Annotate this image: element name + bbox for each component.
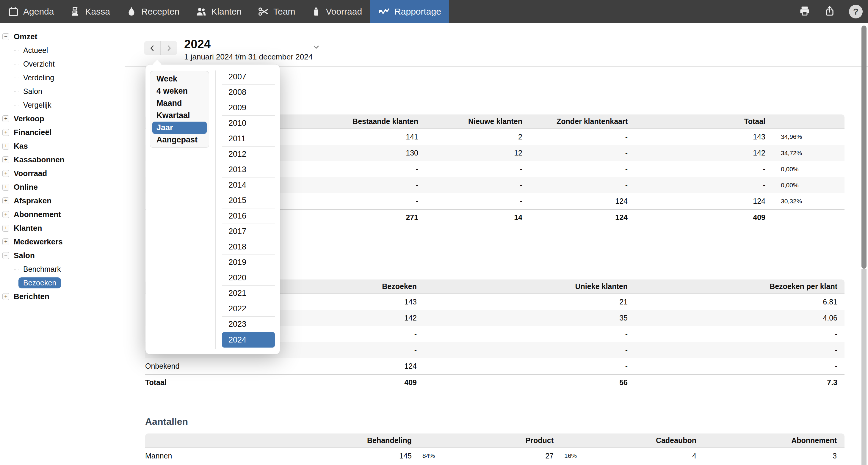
sidebar-subitem-actueel[interactable]: Actueel [0, 43, 124, 57]
previous-period-button[interactable] [144, 41, 161, 55]
period-option-kwartaal[interactable]: Kwartaal [152, 109, 207, 122]
sidebar-item-afspraken[interactable]: +Afspraken [0, 194, 124, 207]
year-option-2009[interactable]: 2009 [222, 100, 275, 115]
sidebar-item-financieël[interactable]: +Financieël [0, 126, 124, 139]
cell-value: - [628, 362, 837, 370]
cell-value: 142 [312, 314, 417, 322]
cell-value: 27 [459, 452, 554, 460]
expand-icon[interactable]: + [2, 143, 9, 150]
help-button[interactable]: ? [849, 5, 863, 19]
vertical-scrollbar-thumb[interactable] [862, 26, 867, 269]
sidebar-item-kas[interactable]: +Kas [0, 139, 124, 153]
sidebar-item-online[interactable]: +Online [0, 180, 124, 194]
sidebar-item-label: Berichten [14, 292, 50, 301]
year-option-2008[interactable]: 2008 [222, 85, 275, 100]
nav-tab-rapportage[interactable]: Rapportage [370, 0, 449, 23]
sidebar-subitem-overzicht[interactable]: Overzicht [0, 57, 124, 71]
year-option-2014[interactable]: 2014 [222, 177, 275, 193]
column-header: Unieke klanten [417, 282, 628, 291]
cell-value: 130 [312, 148, 418, 157]
sidebar-subitem-benchmark[interactable]: Benchmark [0, 262, 124, 276]
sidebar-item-label: Voorraad [14, 169, 47, 178]
year-option-2011[interactable]: 2011 [222, 131, 275, 146]
year-option-2015[interactable]: 2015 [222, 193, 275, 208]
period-option-maand[interactable]: Maand [152, 97, 207, 109]
expand-icon[interactable]: + [2, 197, 9, 204]
year-option-2019[interactable]: 2019 [222, 255, 275, 270]
share-button[interactable] [824, 5, 835, 18]
period-option-jaar[interactable]: Jaar [152, 122, 207, 134]
year-option-2013[interactable]: 2013 [222, 162, 275, 177]
expand-icon[interactable]: + [2, 238, 9, 245]
sidebar-item-berichten[interactable]: +Berichten [0, 290, 124, 303]
nav-tab-agenda[interactable]: Agenda [0, 0, 62, 23]
cell-value: 143 [628, 133, 765, 141]
nav-tab-voorraad[interactable]: Voorraad [303, 0, 370, 23]
period-option-4-weken[interactable]: 4 weken [152, 85, 207, 97]
year-option-2017[interactable]: 2017 [222, 224, 275, 239]
table-row: Mannen14584%2716%43 [145, 448, 844, 464]
period-option-aangepast[interactable]: Aangepast [152, 134, 207, 146]
year-option-2023[interactable]: 2023 [222, 317, 275, 332]
cell-value: 4.06 [628, 314, 837, 322]
year-option-2021[interactable]: 2021 [222, 286, 275, 301]
expand-icon[interactable]: + [2, 293, 9, 300]
sidebar-subitem-label: Overzicht [23, 60, 55, 68]
collapse-icon[interactable]: − [2, 33, 9, 40]
cell-value: - [312, 165, 418, 173]
sidebar-item-kassabonnen[interactable]: +Kassabonnen [0, 153, 124, 166]
vertical-scrollbar-track[interactable] [862, 269, 867, 465]
nav-tab-recepten[interactable]: Recepten [118, 0, 187, 23]
sidebar-item-omzet[interactable]: −Omzet [0, 30, 124, 43]
next-period-button[interactable] [161, 41, 177, 55]
expand-icon[interactable]: + [2, 115, 9, 122]
nav-tab-kassa[interactable]: Kassa [62, 0, 118, 23]
year-option-2012[interactable]: 2012 [222, 146, 275, 162]
section-heading-aantallen: Aantallen [145, 416, 188, 427]
cell-value: 141 [312, 133, 418, 141]
column-header: Product [459, 436, 554, 445]
sidebar-subitem-salon[interactable]: Salon [0, 85, 124, 98]
year-option-2018[interactable]: 2018 [222, 239, 275, 255]
year-list: 2007200820092010201120122013201420152016… [222, 69, 275, 347]
sidebar-item-medewerkers[interactable]: +Medewerkers [0, 235, 124, 248]
sidebar-item-label: Medewerkers [14, 237, 63, 246]
table-total-row: Totaal409567.3 [145, 374, 844, 390]
period-header: 2024 1 januari 2024 t/m 31 december 2024 [125, 23, 868, 67]
year-option-2022[interactable]: 2022 [222, 301, 275, 317]
sidebar-item-abonnement[interactable]: +Abonnement [0, 207, 124, 221]
expand-icon[interactable]: + [2, 184, 9, 191]
nav-tab-label: Team [273, 6, 295, 16]
sidebar-item-salon[interactable]: −Salon [0, 248, 124, 262]
sidebar-item-voorraad[interactable]: +Voorraad [0, 166, 124, 180]
expand-icon[interactable]: + [2, 129, 9, 136]
period-dropdown-toggle[interactable] [312, 43, 320, 52]
sidebar-subitem-bezoeken[interactable]: Bezoeken [0, 276, 124, 290]
period-option-week[interactable]: Week [152, 73, 207, 85]
expand-icon[interactable]: + [2, 211, 9, 218]
chevron-right-icon [165, 44, 173, 52]
sidebar-subitem-verdeling[interactable]: Verdeling [0, 71, 124, 85]
sidebar-item-label: Klanten [14, 224, 42, 233]
nav-tab-klanten[interactable]: Klanten [187, 0, 250, 23]
sidebar-item-klanten[interactable]: +Klanten [0, 221, 124, 235]
period-title-block[interactable]: 2024 1 januari 2024 t/m 31 december 2024 [184, 37, 313, 62]
year-option-2024[interactable]: 2024 [222, 332, 275, 347]
column-header: Totaal [628, 117, 765, 126]
cell-value: - [522, 165, 628, 173]
year-option-2016[interactable]: 2016 [222, 208, 275, 224]
print-button[interactable] [799, 5, 810, 18]
nav-tab-team[interactable]: Team [250, 0, 303, 23]
column-header: Behandeling [312, 436, 412, 445]
year-option-2020[interactable]: 2020 [222, 270, 275, 286]
collapse-icon[interactable]: − [2, 252, 9, 259]
expand-icon[interactable]: + [2, 170, 9, 177]
expand-icon[interactable]: + [2, 156, 9, 163]
expand-icon[interactable]: + [2, 225, 9, 232]
year-option-2010[interactable]: 2010 [222, 115, 275, 131]
year-option-2007[interactable]: 2007 [222, 69, 275, 85]
cell-value: - [628, 165, 765, 173]
sidebar-subitem-vergelijk[interactable]: Vergelijk [0, 98, 124, 112]
cell-value: - [312, 346, 417, 355]
sidebar-item-verkoop[interactable]: +Verkoop [0, 112, 124, 126]
